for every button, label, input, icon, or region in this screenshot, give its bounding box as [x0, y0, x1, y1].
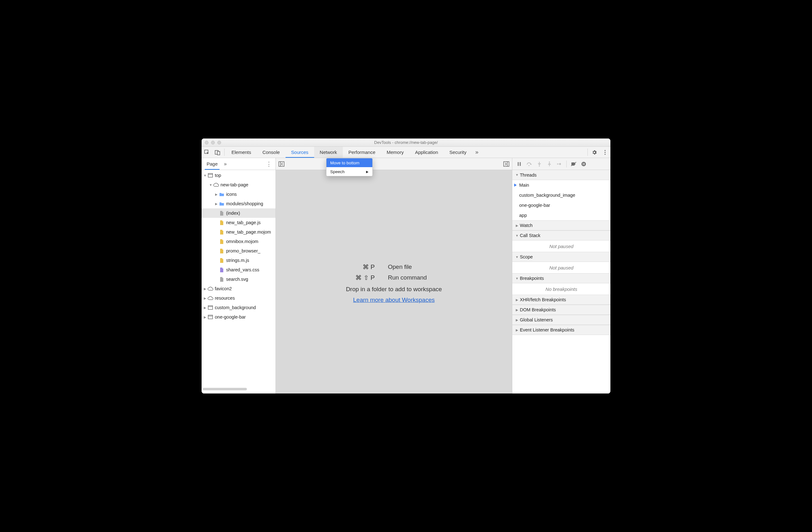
more-tabs-icon[interactable]: »: [472, 147, 481, 158]
tab-sources[interactable]: Sources: [286, 147, 314, 158]
frame-icon: [207, 315, 214, 319]
tree-node[interactable]: strings.m.js: [202, 256, 275, 265]
tree-node[interactable]: ▶favicon2: [202, 284, 275, 293]
tree-node[interactable]: ▶custom_background: [202, 303, 275, 312]
pause-on-exceptions-icon[interactable]: [579, 159, 588, 168]
svg-rect-10: [208, 315, 213, 319]
kebab-menu-icon[interactable]: [600, 147, 610, 158]
tree-node[interactable]: search.svg: [202, 275, 275, 284]
pause-icon[interactable]: [515, 159, 524, 168]
minimize-dot[interactable]: [211, 141, 215, 144]
tree-node[interactable]: ▶modules/shopping: [202, 199, 275, 208]
svg-rect-16: [518, 162, 519, 166]
section-header[interactable]: ▶Global Listeners: [512, 315, 610, 325]
navigator-tab-page[interactable]: Page: [205, 158, 219, 170]
file-tree: ▼top▼new-tab-page▶icons▶modules/shopping…: [202, 170, 275, 386]
svg-rect-24: [583, 163, 583, 165]
navigator-menu-icon[interactable]: ⋮: [264, 160, 274, 167]
h-scrollbar[interactable]: [203, 388, 274, 392]
svg-rect-2: [217, 151, 220, 155]
thread-item[interactable]: app: [512, 210, 610, 220]
tab-application[interactable]: Application: [409, 147, 444, 158]
tree-node[interactable]: shared_vars.css: [202, 265, 275, 275]
cloud-icon: [207, 296, 214, 300]
navigator-more-icon[interactable]: »: [224, 161, 227, 167]
separator: [588, 149, 588, 156]
settings-icon[interactable]: [589, 147, 600, 158]
panels-body: Page » ⋮ ▼top▼new-tab-page▶icons▶modules…: [202, 158, 610, 393]
zoom-dot[interactable]: [217, 141, 221, 144]
tree-node[interactable]: new_tab_page.js: [202, 218, 275, 227]
doc-icon: [219, 211, 225, 215]
doc-icon: [219, 277, 225, 282]
thread-item[interactable]: Main: [512, 180, 610, 190]
thread-item[interactable]: custom_background_image: [512, 190, 610, 200]
section-body: Maincustom_background_imageone-google-ba…: [512, 180, 610, 220]
tab-security[interactable]: Security: [444, 147, 472, 158]
debugger-toolbar: [512, 158, 610, 170]
workspace-link[interactable]: Learn more about Workspaces: [353, 296, 435, 304]
js-icon: [219, 239, 225, 244]
tree-node[interactable]: ▶icons: [202, 190, 275, 199]
section-header[interactable]: ▼Call Stack: [512, 230, 610, 240]
svg-point-4: [605, 152, 605, 153]
svg-point-21: [557, 163, 558, 165]
tab-network[interactable]: Network: [314, 147, 343, 158]
close-dot[interactable]: [205, 141, 208, 144]
menu-item[interactable]: Move to bottom: [327, 158, 372, 167]
section-header[interactable]: ▶DOM Breakpoints: [512, 305, 610, 315]
device-toggle-icon[interactable]: [212, 147, 223, 158]
titlebar: DevTools - chrome://new-tab-page/: [202, 139, 610, 147]
editor-header: [276, 158, 512, 170]
editor-empty-body: ⌘ P Open file ⌘ ⇧ P Run command Drop in …: [276, 170, 512, 393]
step-into-icon[interactable]: [535, 159, 544, 168]
section-header[interactable]: ▼Breakpoints: [512, 273, 610, 283]
tab-elements[interactable]: Elements: [226, 147, 257, 158]
section-header[interactable]: ▶Event Listener Breakpoints: [512, 325, 610, 335]
css-icon: [219, 268, 225, 272]
context-menu: Move to bottomSpeech▶: [326, 158, 373, 176]
section-header[interactable]: ▼Scope: [512, 252, 610, 262]
step-over-icon[interactable]: [525, 159, 534, 168]
toggle-debugger-icon[interactable]: [503, 161, 509, 167]
step-icon[interactable]: [555, 159, 564, 168]
tree-node[interactable]: (index): [202, 208, 275, 218]
deactivate-breakpoints-icon[interactable]: [569, 159, 578, 168]
shortcut-keys: ⌘ P: [346, 263, 375, 271]
main-tabbar: ElementsConsoleSourcesNetworkPerformance…: [202, 147, 610, 158]
tree-node[interactable]: ▶one-google-bar: [202, 312, 275, 322]
tree-node[interactable]: ▶resources: [202, 293, 275, 303]
tree-node[interactable]: ▼new-tab-page: [202, 180, 275, 190]
empty-hint: ⌘ P Open file ⌘ ⇧ P Run command Drop in …: [346, 260, 442, 304]
js-icon: [219, 230, 225, 235]
svg-rect-8: [208, 306, 213, 309]
inspect-icon[interactable]: [202, 147, 212, 158]
tree-node[interactable]: new_tab_page.mojom: [202, 227, 275, 237]
thread-item[interactable]: one-google-bar: [512, 200, 610, 210]
section-header[interactable]: ▶XHR/fetch Breakpoints: [512, 295, 610, 305]
toggle-navigator-icon[interactable]: [278, 161, 285, 167]
navigator-header: Page » ⋮: [202, 158, 275, 170]
workspace-hint: Drop in a folder to add to workspace: [346, 286, 442, 293]
svg-point-20: [549, 162, 550, 163]
tree-node[interactable]: ▼top: [202, 171, 275, 180]
svg-point-3: [605, 150, 605, 151]
shortcut-label: Run command: [388, 274, 441, 281]
svg-rect-25: [584, 163, 585, 165]
navigator-panel: Page » ⋮ ▼top▼new-tab-page▶icons▶modules…: [202, 158, 276, 393]
window-title: DevTools - chrome://new-tab-page/: [202, 140, 610, 145]
frame-icon: [207, 305, 214, 310]
menu-item[interactable]: Speech▶: [327, 167, 372, 176]
tab-performance[interactable]: Performance: [343, 147, 381, 158]
tab-console[interactable]: Console: [257, 147, 286, 158]
tree-node[interactable]: promo_browser_: [202, 246, 275, 256]
svg-point-19: [539, 165, 540, 167]
empty-message: Not paused: [512, 240, 610, 252]
tab-memory[interactable]: Memory: [381, 147, 409, 158]
svg-rect-17: [520, 162, 521, 166]
section-header[interactable]: ▼Threads: [512, 170, 610, 180]
traffic-lights: [205, 141, 221, 144]
tree-node[interactable]: omnibox.mojom: [202, 237, 275, 246]
step-out-icon[interactable]: [545, 159, 554, 168]
section-header[interactable]: ▶Watch: [512, 220, 610, 230]
